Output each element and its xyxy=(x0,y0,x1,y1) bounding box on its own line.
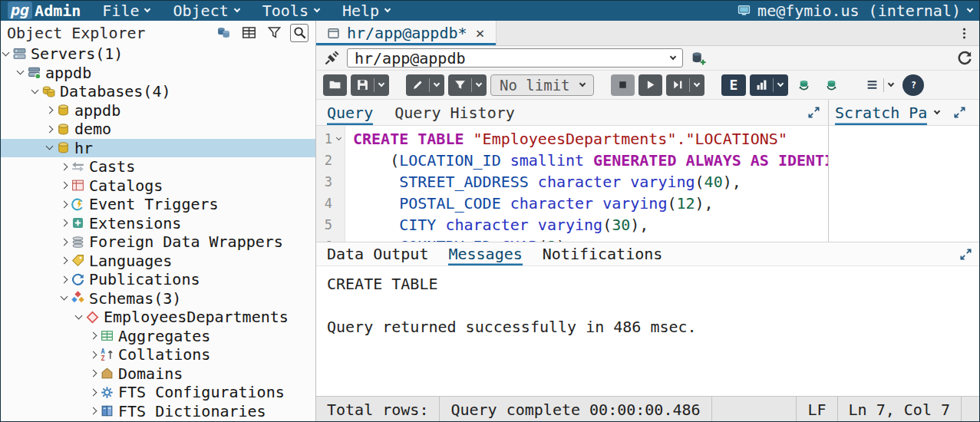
list-icon xyxy=(866,78,879,91)
tab-scratch-pad[interactable]: Scratch Pa xyxy=(835,100,927,125)
chevron-right-icon[interactable] xyxy=(90,370,97,377)
tab-query[interactable]: Query xyxy=(327,100,373,125)
chevron-right-icon[interactable] xyxy=(46,107,54,114)
chevron-down-icon[interactable] xyxy=(934,107,940,114)
funnel-icon xyxy=(454,78,467,91)
code-line: POSTAL_CODE character varying(12), xyxy=(353,193,828,214)
limit-select-button[interactable]: No limit xyxy=(490,74,594,96)
new-connection-icon[interactable] xyxy=(690,50,707,67)
chevron-right-icon[interactable] xyxy=(61,238,68,246)
query-toolbar: No limitE? xyxy=(316,71,980,100)
rollback-button[interactable] xyxy=(820,74,843,96)
cancel-query-button[interactable] xyxy=(611,74,635,96)
message-line: Query returned successfully in 486 msec. xyxy=(327,316,969,338)
chevron-right-icon[interactable] xyxy=(61,257,68,265)
tree-item-databases-4[interactable]: Databases(4) xyxy=(0,82,315,101)
chevron-right-icon[interactable] xyxy=(61,182,68,190)
connection-select[interactable]: hr/app@appdb xyxy=(347,48,683,68)
chevron-down-icon[interactable] xyxy=(17,68,25,75)
chevron-right-icon[interactable] xyxy=(46,125,54,133)
scratch-pad[interactable] xyxy=(828,126,980,242)
tree-item-casts[interactable]: Casts xyxy=(0,157,315,176)
line-number: 1 xyxy=(316,128,345,150)
editor-code[interactable]: CREATE TABLE "EmployeesDepartments"."LOC… xyxy=(345,126,828,242)
filter-icon[interactable] xyxy=(265,24,283,42)
tree-item-languages[interactable]: Languages xyxy=(0,252,315,271)
help-button[interactable]: ? xyxy=(902,74,924,96)
tree-item-hr[interactable]: hr xyxy=(0,139,315,158)
tree-item-appdb[interactable]: appdb xyxy=(0,64,315,83)
fts-config-icon xyxy=(100,385,114,400)
tab-query-history[interactable]: Query History xyxy=(394,100,515,125)
refresh-icon[interactable] xyxy=(956,50,973,67)
tree-item-label: Extensions xyxy=(89,214,181,232)
tree-item-aggregates[interactable]: Aggregates xyxy=(0,327,315,346)
tree-item-extensions[interactable]: Extensions xyxy=(0,214,315,233)
chevron-right-icon[interactable] xyxy=(90,407,97,415)
tree-item-collations[interactable]: AZCollations xyxy=(0,345,315,364)
chevron-right-icon[interactable] xyxy=(61,275,68,283)
chevron-right-icon[interactable] xyxy=(90,351,97,358)
chevron-right-icon[interactable] xyxy=(90,388,97,396)
view-properties-icon[interactable] xyxy=(239,24,258,42)
expand-scratch-icon[interactable] xyxy=(953,106,966,119)
tree-item-schemas-3[interactable]: Schemas(3) xyxy=(0,289,315,308)
chevron-right-icon[interactable] xyxy=(90,332,97,340)
filter-button[interactable] xyxy=(448,74,487,96)
menu-help[interactable]: Help xyxy=(342,0,390,21)
execute-script-button[interactable] xyxy=(638,74,662,96)
explain-button[interactable]: E xyxy=(721,74,747,96)
tree-item-servers-1[interactable]: Servers(1) xyxy=(0,45,315,64)
tree-item-publications[interactable]: Publications xyxy=(0,270,315,289)
open-file-button[interactable] xyxy=(323,74,347,96)
chevron-right-icon[interactable] xyxy=(61,163,68,170)
tree-item-label: Schemas(3) xyxy=(89,289,181,308)
tree-item-catalogs[interactable]: Catalogs xyxy=(0,176,315,196)
tab-query-tool[interactable]: hr/app@appdb* × xyxy=(316,21,497,45)
more-options-icon[interactable] xyxy=(958,27,971,40)
tab-messages[interactable]: Messages xyxy=(448,242,522,265)
connection-bar: hr/app@appdb xyxy=(316,46,980,71)
sql-editor[interactable]: 1234567 CREATE TABLE "EmployeesDepartmen… xyxy=(316,126,828,242)
line-number: 3 xyxy=(316,171,345,193)
tree-item-event-triggers[interactable]: Event Triggers xyxy=(0,195,315,214)
tab-notifications[interactable]: Notifications xyxy=(543,242,663,265)
menu-file[interactable]: File xyxy=(102,0,150,21)
editor-area: 1234567 CREATE TABLE "EmployeesDepartmen… xyxy=(316,126,980,242)
fold-chevron-icon[interactable] xyxy=(335,134,341,140)
tree-item-appdb[interactable]: appdb xyxy=(0,101,315,120)
macros-button[interactable] xyxy=(860,74,899,96)
tree-item-employeesdepartments[interactable]: EmployeesDepartments xyxy=(0,308,315,327)
chevron-down-icon[interactable] xyxy=(46,143,54,150)
chart-icon xyxy=(755,78,768,91)
save-file-button[interactable] xyxy=(351,74,389,96)
tree-item-fts-dictionaries[interactable]: FTS Dictionaries xyxy=(0,402,315,421)
chevron-down-icon[interactable] xyxy=(75,312,83,319)
chevron-right-icon[interactable] xyxy=(61,219,68,227)
connect-servers-icon[interactable] xyxy=(214,24,233,42)
expand-output-icon[interactable] xyxy=(959,248,972,261)
connection-value: hr/app@appdb xyxy=(355,49,466,68)
commit-button[interactable] xyxy=(792,74,816,96)
menu-object[interactable]: Object xyxy=(173,0,239,21)
edit-button[interactable] xyxy=(406,74,444,96)
search-objects-icon[interactable] xyxy=(290,24,309,42)
execute-options-button[interactable] xyxy=(666,74,704,96)
tree-item-demo[interactable]: demo xyxy=(0,120,315,139)
menu-tools[interactable]: Tools xyxy=(262,0,319,21)
rollback-icon xyxy=(825,78,838,91)
chevron-down-icon[interactable] xyxy=(31,86,39,94)
explain-analyze-button[interactable] xyxy=(750,74,788,96)
eol-indicator[interactable]: LF xyxy=(797,401,836,419)
tab-data-output[interactable]: Data Output xyxy=(327,242,428,265)
tree-item-fts-configurations[interactable]: FTS Configurations xyxy=(0,383,315,402)
expand-editor-icon[interactable] xyxy=(807,106,820,119)
database-icon xyxy=(56,103,71,117)
tree-item-foreign-data-wrappers[interactable]: Foreign Data Wrappers xyxy=(0,232,315,252)
chevron-down-icon[interactable] xyxy=(2,48,10,56)
tree-item-domains[interactable]: Domains xyxy=(0,364,315,384)
chevron-right-icon[interactable] xyxy=(61,200,68,208)
chevron-down-icon[interactable] xyxy=(61,293,68,301)
tab-close-icon[interactable]: × xyxy=(474,24,485,42)
account-menu[interactable]: me@fymio.us (internal) xyxy=(737,2,972,20)
